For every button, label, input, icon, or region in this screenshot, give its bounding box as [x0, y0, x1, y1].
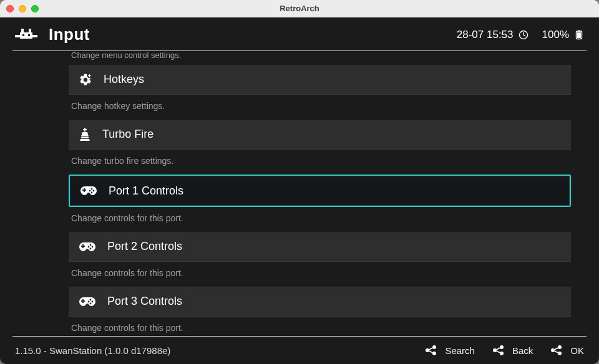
titlebar: RetroArch: [0, 0, 599, 17]
svg-point-38: [432, 352, 436, 355]
svg-rect-0: [20, 32, 32, 39]
status-text: 1.15.0 - SwanStation (1.0.0 d17988e): [15, 345, 170, 356]
footer-button-label: OK: [570, 345, 584, 356]
footer-ok-button[interactable]: OK: [550, 345, 584, 356]
header-left: Input: [15, 25, 90, 44]
cluster-icon: [425, 345, 439, 356]
clock-icon: [519, 30, 528, 40]
svg-point-43: [558, 345, 562, 349]
svg-point-16: [91, 192, 93, 194]
svg-point-17: [89, 190, 91, 192]
list-item-desc: Change hotkey settings.: [69, 95, 571, 120]
datetime-text: 28-07 15:53: [457, 29, 514, 41]
chess-king-icon: [79, 128, 91, 141]
cluster-icon: [550, 345, 564, 356]
footer-button-label: Search: [445, 345, 475, 356]
list-item[interactable]: Hotkeys: [69, 65, 571, 95]
app-window: RetroArch Input: [0, 0, 599, 364]
list-item-desc: Change menu control settings.: [69, 51, 571, 65]
window-title: RetroArch: [0, 4, 599, 13]
list-item[interactable]: Turbo Fire: [69, 120, 571, 150]
list-item-label: Port 2 Controls: [107, 240, 182, 253]
svg-point-42: [551, 348, 555, 352]
gamepad-icon: [80, 185, 97, 196]
svg-rect-4: [29, 29, 31, 32]
battery-icon: [574, 30, 584, 40]
gamepad-icon: [79, 296, 96, 307]
minimize-window-button[interactable]: [19, 5, 26, 12]
svg-point-37: [432, 345, 436, 349]
page-title: Input: [49, 25, 90, 44]
svg-point-44: [558, 352, 562, 355]
svg-point-41: [500, 352, 504, 355]
close-window-button[interactable]: [6, 5, 14, 12]
gear-plus-icon: [79, 73, 92, 87]
list-item-desc: Change controls for this port.: [69, 317, 571, 336]
svg-rect-2: [32, 35, 37, 37]
list-item-label: Port 1 Controls: [109, 184, 183, 198]
svg-point-36: [426, 348, 429, 352]
svg-point-14: [91, 188, 93, 190]
list-item-desc: Change controls for this port.: [69, 262, 571, 287]
svg-rect-1: [15, 35, 20, 37]
app-body: Input 28-07 15:53 100% Change menu contr…: [0, 17, 599, 364]
battery-percent: 100%: [542, 29, 569, 41]
footer-back-button[interactable]: Back: [492, 345, 533, 356]
footer-bar: 1.15.0 - SwanStation (1.0.0 d17988e) Sea…: [0, 337, 599, 364]
svg-point-27: [92, 300, 94, 302]
svg-point-15: [93, 190, 95, 192]
list-item[interactable]: Port 1 Controls: [69, 175, 571, 207]
list-item-label: Hotkeys: [104, 73, 144, 86]
list-item[interactable]: Port 2 Controls: [69, 232, 571, 262]
svg-point-26: [90, 299, 92, 300]
list-item-label: Port 3 Controls: [107, 295, 182, 308]
list-item-desc: Change turbo fire settings.: [69, 150, 571, 175]
svg-rect-3: [21, 29, 24, 32]
footer-search-button[interactable]: Search: [425, 345, 475, 356]
svg-point-28: [90, 302, 92, 304]
zoom-window-button[interactable]: [31, 5, 39, 12]
svg-point-40: [500, 345, 504, 349]
settings-scroll-area[interactable]: Change menu control settings. Hotkeys Ch…: [0, 51, 599, 336]
retroarch-logo-icon: [15, 29, 37, 41]
svg-point-29: [88, 300, 90, 302]
svg-rect-19: [81, 246, 85, 247]
svg-rect-13: [82, 189, 86, 191]
svg-rect-5: [22, 34, 24, 36]
svg-point-21: [92, 246, 94, 247]
cluster-icon: [492, 345, 506, 356]
traffic-lights: [6, 5, 39, 12]
svg-point-22: [90, 247, 92, 249]
list-item-desc: Change controls for this port.: [69, 207, 571, 232]
footer-button-label: Back: [512, 345, 533, 356]
svg-point-20: [90, 244, 92, 246]
settings-list: Change menu control settings. Hotkeys Ch…: [69, 51, 571, 336]
header-right: 28-07 15:53 100%: [457, 29, 584, 41]
svg-rect-10: [577, 32, 581, 38]
page-header: Input 28-07 15:53 100%: [0, 17, 599, 50]
footer-actions: Search Back OK: [425, 345, 584, 356]
list-item-label: Turbo Fire: [102, 128, 153, 141]
svg-rect-25: [81, 300, 85, 302]
svg-rect-6: [28, 34, 30, 36]
svg-point-39: [493, 348, 497, 352]
gamepad-icon: [79, 241, 96, 252]
svg-point-23: [88, 246, 90, 247]
list-item[interactable]: Port 3 Controls: [69, 287, 571, 317]
svg-rect-9: [578, 30, 580, 31]
